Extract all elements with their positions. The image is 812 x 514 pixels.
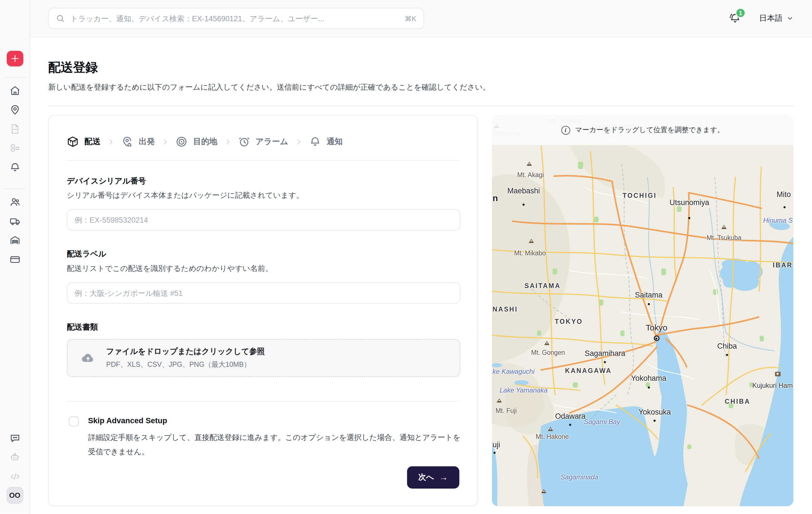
city-dot (654, 420, 656, 422)
map-hint-banner: i マーカーをドラッグして位置を調整できます。 (492, 115, 793, 145)
step-notification[interactable]: 通知 (309, 136, 343, 148)
map-label: Maebashi (508, 186, 540, 195)
city-dot (569, 424, 571, 426)
sidebar-item-users[interactable] (5, 193, 25, 212)
mountain-icon (496, 398, 502, 403)
city-dot (522, 204, 524, 206)
sidebar-item-warehouse[interactable] (5, 232, 25, 251)
document-icon (9, 123, 20, 136)
home-icon (9, 85, 20, 98)
sidebar-item-billing[interactable] (5, 251, 25, 270)
serial-input[interactable] (67, 209, 460, 230)
sidebar-item-documents[interactable] (5, 120, 25, 139)
map-label: Hinuma S (763, 216, 793, 224)
capital-marker-icon (654, 336, 659, 341)
map-label: NASHI (493, 306, 518, 313)
code-icon (9, 471, 20, 484)
search-box[interactable]: ⌘K (48, 8, 424, 29)
step-departure[interactable]: 出発 (121, 136, 155, 148)
shipment-label-field-label: 配送ラベル (67, 249, 459, 259)
package-icon (67, 136, 79, 148)
sidebar-item-developer[interactable] (5, 468, 25, 487)
mountain-icon (541, 489, 547, 493)
map-label: Sagamihara (585, 349, 625, 358)
user-avatar[interactable]: OO (6, 487, 23, 504)
app: OO ⌘K 1 日本語 (0, 0, 812, 514)
map-label: n (493, 193, 498, 203)
chat-bubble-icon (9, 432, 20, 446)
skip-advanced-description: 詳細設定手順をスキップして、直接配送登録に進みます。このオプションを選択した場合… (88, 430, 461, 459)
wizard-stepper: 配送 出発 目的地 (67, 136, 459, 148)
page-subtitle: 新しい配送を登録するために以下のフォームに記入してください。送信前にすべての詳細… (48, 82, 812, 92)
map-label: Chiba (717, 342, 737, 350)
search-icon (56, 14, 65, 23)
map-label: ke Kawaguchi (493, 368, 534, 375)
sidebar-divider (4, 77, 26, 78)
sidebar-item-notifications[interactable] (5, 159, 25, 178)
step-label: 配送 (84, 136, 100, 147)
map-label: Utsunomiya (670, 199, 709, 207)
add-shipment-button[interactable] (6, 51, 23, 66)
language-label: 日本語 (759, 13, 782, 23)
photo-spot-icon (775, 372, 780, 376)
map-label: Mt. Akagi (517, 171, 544, 178)
map-label: Mito (777, 190, 791, 199)
dropzone-hint: PDF、XLS、CSV、JPG、PNG（最大10MB） (106, 360, 265, 369)
sidebar-item-assistant[interactable] (5, 449, 25, 468)
bell-icon (9, 162, 20, 175)
notifications-button[interactable]: 1 (728, 12, 742, 25)
step-label: 目的地 (193, 136, 217, 147)
robot-icon (9, 451, 20, 465)
shipment-label-input[interactable] (67, 282, 460, 304)
step-alarm[interactable]: アラーム (238, 136, 288, 148)
shipment-label-field-help: 配送リストでこの配送を識別するためのわかりやすい名前。 (67, 264, 459, 274)
viewport: OO ⌘K 1 日本語 (0, 0, 812, 514)
city-dot (493, 452, 495, 454)
search-input[interactable] (69, 14, 400, 23)
skip-advanced-label: Skip Advanced Setup (88, 416, 461, 425)
chevron-right-icon (162, 138, 169, 145)
chevron-right-icon (107, 138, 115, 145)
sidebar-item-fleet[interactable] (5, 212, 25, 232)
documents-field-label: 配送書類 (67, 322, 459, 332)
map-label: IBAR (773, 261, 793, 269)
alarm-clock-icon (238, 136, 250, 148)
chevron-down-icon (787, 15, 793, 22)
map-label: Yokohama (631, 374, 666, 382)
next-button[interactable]: 次へ → (407, 466, 459, 489)
warehouse-icon (9, 234, 20, 248)
map-label: Mt. Mikabo (514, 250, 546, 257)
step-label: 通知 (326, 136, 342, 147)
map-label: TOCHIGI (623, 192, 657, 199)
map-label: Tokyo (645, 323, 667, 333)
notification-badge: 1 (735, 7, 746, 18)
sidebar-divider (4, 189, 26, 189)
mountain-icon (529, 239, 534, 243)
sidebar-item-home[interactable] (5, 82, 25, 101)
map-label: Mt. Gongen (531, 349, 565, 356)
map-label: KANAGAWA (565, 367, 612, 374)
step-shipment[interactable]: 配送 (67, 136, 100, 148)
sidebar-item-dashboard[interactable] (5, 139, 25, 159)
sidebar-item-trackers[interactable] (5, 101, 25, 120)
search-shortcut: ⌘K (405, 14, 416, 23)
plus-icon (9, 53, 20, 64)
language-selector[interactable]: 日本語 (759, 13, 793, 23)
mountain-icon (722, 225, 727, 229)
skip-advanced-checkbox[interactable] (69, 417, 79, 426)
map-panel[interactable]: hirasunaMt. HotakaLake ChuzenjiNikkoTOCH… (492, 115, 793, 506)
map-label: Saitama (635, 290, 663, 299)
chevron-right-icon (224, 138, 231, 145)
next-button-label: 次へ (418, 473, 434, 482)
file-dropzone[interactable]: ファイルをドロップまたはクリックして参照 PDF、XLS、CSV、JPG、PNG… (67, 339, 460, 377)
city-dot (647, 387, 649, 389)
map-label: Yokosuka (639, 408, 671, 416)
info-icon: i (561, 126, 570, 135)
chevron-right-icon (295, 138, 302, 145)
city-dot (783, 206, 785, 208)
sidebar-item-support-chat[interactable] (5, 429, 25, 449)
location-pin-icon (9, 104, 20, 117)
form-divider (67, 401, 459, 401)
step-destination[interactable]: 目的地 (176, 136, 217, 148)
shipment-form-card: 配送 出発 目的地 (48, 115, 478, 506)
